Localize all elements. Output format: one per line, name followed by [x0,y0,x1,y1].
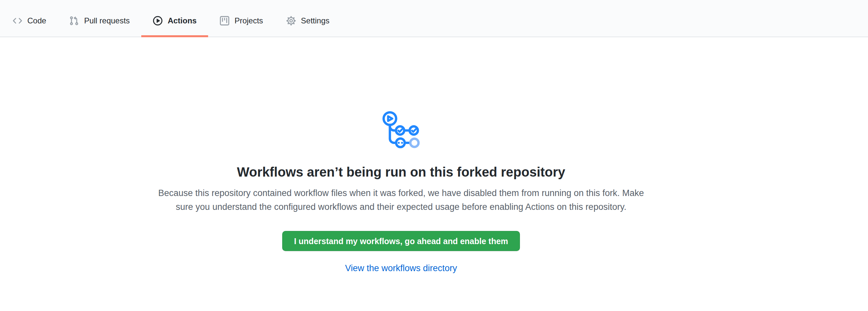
tab-pull-requests[interactable]: Pull requests [58,5,141,37]
gear-icon [286,16,296,26]
tab-label: Settings [301,17,330,25]
git-pull-request-icon [69,16,79,26]
tab-label: Pull requests [84,17,130,25]
blankslate-description: Because this repository contained workfl… [0,186,802,214]
tab-actions[interactable]: Actions [141,5,208,37]
tab-settings[interactable]: Settings [275,5,341,37]
tab-label: Actions [167,17,196,25]
tab-code[interactable]: Code [1,5,58,37]
description-line-2: sure you understand the configured workf… [0,200,802,214]
code-icon [12,16,22,26]
actions-disabled-panel: Workflows aren’t being run on this forke… [0,37,868,274]
project-icon [220,16,229,26]
blankslate-title: Workflows aren’t being run on this forke… [0,164,802,180]
workflow-graph-icon [382,111,420,148]
enable-workflows-button[interactable]: I understand my workflows, go ahead and … [282,231,520,251]
tab-label: Projects [235,17,263,25]
repo-tab-bar: Code Pull requests Actions Pr [0,0,868,37]
tab-label: Code [27,17,46,25]
description-line-1: Because this repository contained workfl… [0,186,802,200]
link-row: View the workflows directory [0,262,802,274]
workflows-directory-link[interactable]: View the workflows directory [345,263,457,273]
tab-projects[interactable]: Projects [208,5,275,37]
play-icon [153,16,163,26]
